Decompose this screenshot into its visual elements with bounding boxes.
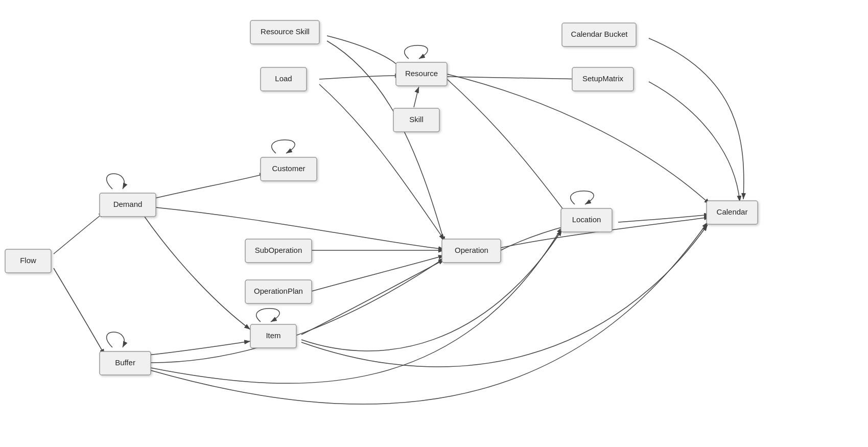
setup-matrix-label: SetupMatrix <box>582 74 624 83</box>
demand-item-arrow <box>143 215 250 330</box>
buffer-operation-arrow <box>151 258 444 363</box>
location-node: Location <box>561 208 612 232</box>
setupmatrix-calendar-arrow <box>649 82 740 202</box>
flow-demand-arrow <box>54 212 105 254</box>
diagram: Flow Demand Buffer Customer SubOperation… <box>0 0 868 447</box>
demand-self-loop <box>107 174 125 189</box>
calendar-bucket-label: Calendar Bucket <box>571 30 628 38</box>
load-node: Load <box>261 67 307 91</box>
location-calendar-arrow <box>618 215 710 222</box>
load-operation-arrow <box>319 84 444 240</box>
calendar-bucket-node: Calendar Bucket <box>562 23 636 46</box>
item-self-loop <box>256 309 279 322</box>
operationplan-operation-arrow <box>312 255 444 291</box>
operation-node: Operation <box>442 239 501 263</box>
flow-label: Flow <box>20 256 36 265</box>
item-operation-arrow <box>301 260 444 335</box>
customer-self-loop <box>272 140 295 153</box>
suboperation-label: SubOperation <box>255 246 302 254</box>
flow-buffer-arrow <box>54 268 105 355</box>
resource-skill-node: Resource Skill <box>250 20 319 44</box>
operationplan-label: OperationPlan <box>254 287 303 295</box>
calendar-node: Calendar <box>707 201 758 224</box>
demand-label: Demand <box>113 200 143 208</box>
resource-skill-label: Resource Skill <box>261 27 310 36</box>
item-calendar-arrow <box>301 225 708 367</box>
location-label: Location <box>572 215 601 224</box>
resourceskill-resource-arrow <box>327 36 401 69</box>
skill-resource-arrow <box>414 87 419 107</box>
customer-label: Customer <box>272 164 305 173</box>
load-label: Load <box>275 74 292 83</box>
resource-label: Resource <box>405 69 438 78</box>
flow-node: Flow <box>5 249 51 273</box>
buffer-self-loop <box>107 332 125 347</box>
calendarbucket-calendar-arrow <box>649 38 744 199</box>
resource-self-loop <box>405 45 428 59</box>
operationplan-node: OperationPlan <box>245 280 312 303</box>
demand-node: Demand <box>100 193 156 217</box>
setup-matrix-node: SetupMatrix <box>572 67 634 91</box>
item-location-arrow <box>301 230 562 351</box>
item-node: Item <box>250 324 296 348</box>
customer-node: Customer <box>261 157 317 181</box>
demand-customer-arrow <box>151 174 266 199</box>
operation-label: Operation <box>455 246 488 254</box>
suboperation-node: SubOperation <box>245 239 312 263</box>
resource-location-arrow <box>447 79 567 215</box>
calendar-label: Calendar <box>717 207 748 216</box>
item-label: Item <box>266 331 280 340</box>
buffer-node: Buffer <box>100 351 151 375</box>
resource-calendar-arrow <box>447 74 710 204</box>
skill-node: Skill <box>393 108 439 132</box>
load-resource-arrow <box>319 76 401 79</box>
resource-node: Resource <box>396 62 447 86</box>
skill-label: Skill <box>409 115 424 124</box>
location-self-loop <box>571 191 594 204</box>
buffer-label: Buffer <box>115 358 135 367</box>
resource-setupmatrix-arrow <box>447 77 585 79</box>
buffer-calendar-arrow <box>151 222 708 404</box>
